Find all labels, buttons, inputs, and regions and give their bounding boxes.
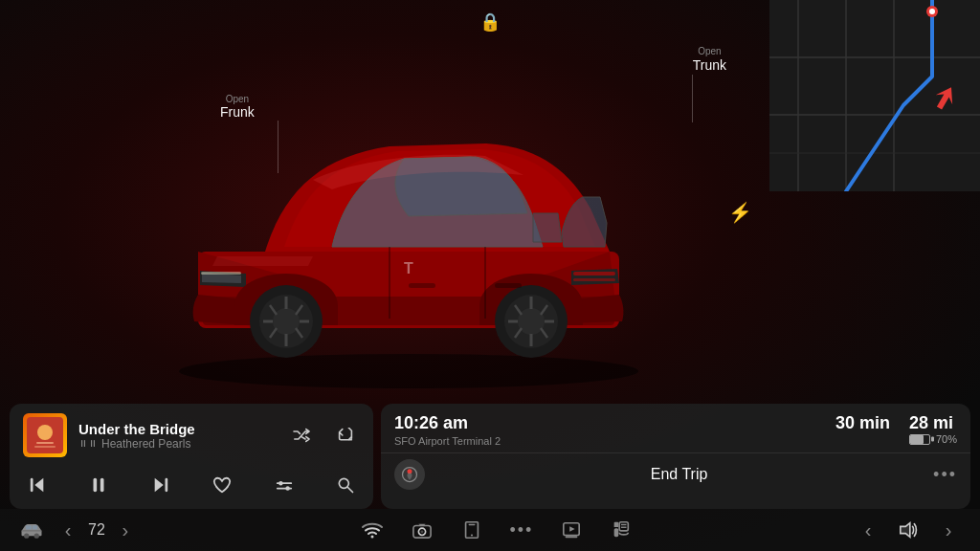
car-icon[interactable] <box>15 514 48 546</box>
svg-point-61 <box>24 534 29 539</box>
svg-rect-41 <box>495 283 522 288</box>
trunk-open-label: Open <box>693 46 726 56</box>
frunk-line <box>278 121 278 173</box>
temp-control: ‹ 72 › <box>52 514 142 546</box>
trip-left: 10:26 am SFO Airport Terminal 2 <box>394 413 501 447</box>
svg-marker-81 <box>901 523 910 538</box>
frunk-label-text: Frunk <box>220 104 255 120</box>
svg-rect-45 <box>36 442 54 444</box>
music-top: Under the Bridge ⏸⏸ Heathered Pearls <box>23 413 360 457</box>
wifi-icon[interactable] <box>356 514 389 546</box>
volume-icon[interactable] <box>892 514 924 546</box>
svg-rect-48 <box>31 478 33 492</box>
trunk-line <box>692 75 693 122</box>
battery-percent: 70% <box>936 433 957 445</box>
svg-rect-64 <box>26 525 32 529</box>
taskbar-left <box>15 514 48 546</box>
prev-button[interactable] <box>23 471 52 499</box>
shuffle-button[interactable] <box>287 421 316 450</box>
battery-fill <box>910 435 924 444</box>
trip-nav-icon[interactable] <box>394 459 425 490</box>
frunk-button[interactable]: Open Frunk <box>220 94 255 120</box>
svg-marker-51 <box>154 478 163 492</box>
volume-up-button[interactable]: › <box>932 514 965 546</box>
temperature-value: 72 <box>88 521 105 539</box>
trip-info: 10:26 am SFO Airport Terminal 2 30 min 2… <box>381 404 970 453</box>
svg-marker-73 <box>569 526 574 531</box>
music-title: Under the Bridge <box>78 421 276 437</box>
svg-point-18 <box>273 308 300 335</box>
trip-duration-col: 30 min <box>835 413 890 445</box>
taskbar-center: ••• <box>142 514 852 546</box>
svg-text:T: T <box>404 260 413 276</box>
svg-point-29 <box>518 308 545 335</box>
media-icon[interactable] <box>555 514 588 546</box>
dots-menu-button[interactable]: ••• <box>505 514 538 546</box>
trip-distance: 28 mi <box>909 413 953 433</box>
svg-point-54 <box>278 481 283 486</box>
battery-row: 70% <box>909 433 957 445</box>
next-button[interactable] <box>146 471 175 499</box>
camera-icon[interactable] <box>406 514 438 546</box>
music-artist: ⏸⏸ Heathered Pearls <box>78 437 276 451</box>
map-widget[interactable] <box>769 0 980 191</box>
pause-button[interactable] <box>84 471 113 499</box>
trunk-button[interactable]: Open Trunk <box>693 46 726 74</box>
charge-icon: ⚡ <box>728 201 752 224</box>
svg-rect-14 <box>573 272 615 276</box>
svg-rect-40 <box>409 283 435 288</box>
svg-line-58 <box>347 488 352 493</box>
svg-rect-75 <box>614 528 619 537</box>
phone-icon[interactable] <box>456 514 488 546</box>
trip-more-button[interactable]: ••• <box>933 465 957 485</box>
svg-point-44 <box>37 425 53 440</box>
repeat-button[interactable] <box>331 421 360 450</box>
trip-distance-col: 28 mi 70% <box>909 413 957 445</box>
svg-rect-15 <box>573 278 615 281</box>
svg-rect-78 <box>619 522 628 531</box>
temp-down-button[interactable]: ‹ <box>52 514 84 546</box>
svg-point-62 <box>34 534 39 539</box>
equalizer-button[interactable] <box>270 471 299 499</box>
svg-rect-50 <box>100 478 104 493</box>
music-info: Under the Bridge ⏸⏸ Heathered Pearls <box>78 421 276 451</box>
svg-point-56 <box>285 486 290 490</box>
trip-time: 10:26 am <box>394 413 501 433</box>
taskbar: ‹ 72 › <box>0 509 980 551</box>
music-player: Under the Bridge ⏸⏸ Heathered Pearls <box>10 404 373 509</box>
search-music-button[interactable] <box>331 471 360 499</box>
taskbar-right: ‹ › <box>852 514 965 546</box>
bottom-panel: Under the Bridge ⏸⏸ Heathered Pearls <box>0 404 980 509</box>
svg-point-8 <box>929 9 935 14</box>
trip-controls: End Trip ••• <box>381 453 970 496</box>
svg-rect-49 <box>94 478 98 493</box>
svg-point-66 <box>370 536 373 539</box>
music-top-icons <box>287 421 360 450</box>
battery-icon <box>909 434 930 445</box>
svg-rect-13 <box>201 272 241 275</box>
svg-rect-52 <box>165 478 167 492</box>
trip-duration: 30 min <box>835 413 890 433</box>
volume-down-button[interactable]: ‹ <box>852 514 884 546</box>
svg-point-57 <box>339 478 348 488</box>
person-icon[interactable] <box>605 514 637 546</box>
trip-destination: SFO Airport Terminal 2 <box>394 435 501 447</box>
temp-up-button[interactable]: › <box>109 514 142 546</box>
trip-right: 30 min 28 mi 70% <box>835 413 957 445</box>
svg-marker-47 <box>34 478 43 492</box>
frunk-open-label: Open <box>220 94 255 104</box>
album-art <box>23 413 67 457</box>
temperature-display: 72 <box>88 521 105 539</box>
svg-point-10 <box>179 354 638 388</box>
car-display: T <box>48 19 769 436</box>
svg-rect-46 <box>34 446 56 448</box>
trunk-label-text: Trunk <box>693 57 726 73</box>
like-button[interactable] <box>208 471 236 499</box>
music-controls <box>23 467 360 499</box>
svg-rect-76 <box>614 522 619 527</box>
end-trip-button[interactable]: End Trip <box>434 466 924 483</box>
trip-panel: 10:26 am SFO Airport Terminal 2 30 min 2… <box>381 404 970 509</box>
svg-rect-65 <box>33 525 37 529</box>
svg-point-71 <box>471 534 473 536</box>
svg-point-69 <box>421 530 424 533</box>
